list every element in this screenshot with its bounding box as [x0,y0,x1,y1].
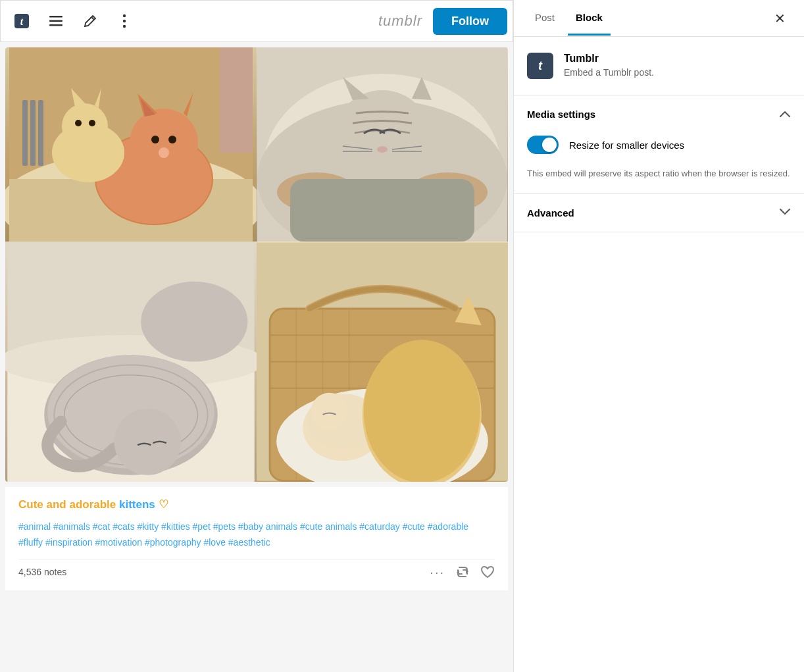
post-text-area: Cute and adorable kittens ♡ #animal #ani… [5,487,508,590]
photo-cell-3 [5,242,257,482]
svg-point-6 [123,20,126,22]
media-settings-header[interactable]: Media settings [514,95,804,133]
svg-point-69 [311,393,347,430]
photo-cell-2 [257,47,508,242]
svg-rect-4 [49,24,63,26]
advanced-section: Advanced [514,194,804,232]
post-title: Cute and adorable kittens ♡ [18,498,495,511]
right-panel: Post Block ✕ t Tumblr Embed a Tumblr pos… [513,0,804,672]
tumblr-wordmark: tumblr [378,13,422,30]
toolbar: t tumblr Follow [0,0,513,42]
toolbar-logo-area: tumblr Follow [378,8,507,35]
svg-rect-13 [38,100,43,166]
svg-point-49 [141,282,247,362]
photo-grid [5,47,508,482]
heart-icon [480,565,495,579]
notes-count: 4,536 notes [18,567,66,577]
block-info: t Tumblr Embed a Tumblr post. [514,37,804,95]
svg-point-16 [130,109,198,177]
tumblr-logo-button[interactable]: t [6,5,38,37]
svg-text:t: t [20,16,24,27]
resize-toggle[interactable] [527,136,559,154]
svg-point-22 [168,136,176,143]
like-button[interactable] [480,565,495,579]
media-settings-chevron [779,109,791,120]
post-title-blue: kittens [119,498,155,511]
left-panel: t tumblr Follow [0,0,513,672]
svg-point-68 [364,340,480,482]
tumblr-block-icon: t [527,53,553,79]
more-options-button[interactable] [109,5,140,37]
svg-rect-2 [49,16,63,18]
advanced-header[interactable]: Advanced [514,194,804,232]
post-tags: #animal #animals #cat #cats #kitty #kitt… [18,519,495,551]
toggle-track [527,136,559,154]
follow-button[interactable]: Follow [433,8,507,35]
close-button[interactable]: ✕ [769,5,791,32]
svg-point-28 [75,120,82,126]
resize-toggle-row: Resize for smaller devices [514,133,804,167]
block-description: Embed a Tumblr post. [564,67,654,78]
post-footer: 4,536 notes ··· [18,559,495,580]
media-settings-title: Media settings [527,109,595,120]
toggle-thumb [542,138,557,152]
svg-rect-12 [30,100,36,166]
svg-rect-30 [220,47,253,153]
block-title: Tumblr [564,53,654,65]
close-icon: ✕ [774,11,786,26]
edit-button[interactable] [74,5,106,37]
resize-description: This embed will preserve its aspect rati… [514,167,804,194]
svg-point-23 [159,147,169,158]
tab-bar: Post Block ✕ [514,0,804,37]
svg-point-29 [89,120,95,126]
svg-rect-45 [290,179,474,242]
tab-block[interactable]: Block [568,1,611,36]
photo-cell-1 [5,47,257,242]
post-title-yellow: Cute and adorable [18,498,119,511]
svg-point-7 [123,25,126,28]
svg-point-54 [114,408,181,475]
post-title-heart: ♡ [155,498,168,511]
svg-rect-3 [49,20,63,22]
svg-point-5 [123,14,126,17]
block-info-text: Tumblr Embed a Tumblr post. [564,53,654,78]
photo-cell-4 [257,242,508,482]
advanced-chevron [779,207,791,218]
align-button[interactable] [40,5,72,37]
more-action-button[interactable]: ··· [430,565,445,580]
advanced-title: Advanced [527,207,574,219]
svg-point-25 [62,103,108,149]
svg-point-36 [333,90,432,189]
reblog-icon [455,565,470,579]
svg-rect-11 [22,100,28,166]
resize-label: Resize for smaller devices [569,140,684,151]
media-settings-section: Media settings Resize for smaller device… [514,95,804,194]
svg-point-40 [377,146,388,153]
tab-post[interactable]: Post [527,1,563,36]
more-dots-icon: ··· [430,565,445,580]
reblog-button[interactable] [455,565,470,579]
post-actions: ··· [430,565,495,580]
svg-point-21 [151,136,159,143]
embed-content: Cute and adorable kittens ♡ #animal #ani… [0,42,513,672]
